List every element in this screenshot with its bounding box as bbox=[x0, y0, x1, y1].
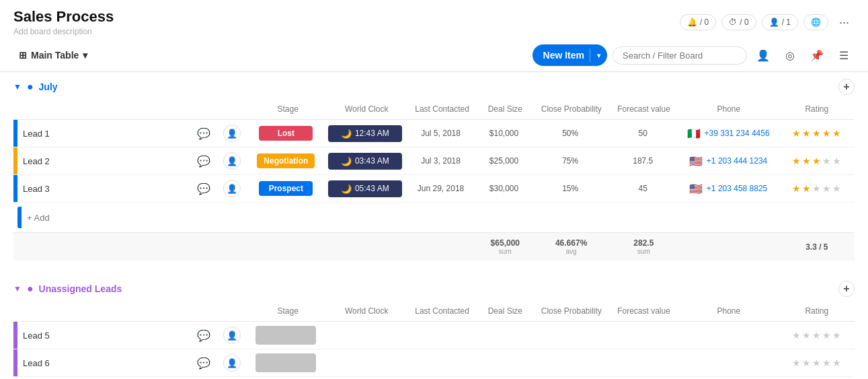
phone-cell: 🇮🇹+39 331 234 4456 bbox=[678, 127, 779, 140]
unassigned-add-group-btn[interactable]: + bbox=[838, 281, 855, 297]
star-empty: ★ bbox=[822, 183, 831, 194]
filter-icon[interactable]: ☰ bbox=[833, 44, 855, 66]
phone-link[interactable]: +39 331 234 4456 bbox=[705, 129, 770, 138]
col-header-rating: Rating bbox=[779, 102, 855, 116]
star-rating: ★★★★★ bbox=[792, 183, 841, 194]
unassigned-group-header[interactable]: ▼ ● Unassigned Leads + bbox=[13, 274, 855, 301]
row-name: Lead 6 bbox=[17, 358, 191, 368]
comment-icon[interactable]: 💬 bbox=[197, 357, 210, 370]
row-prob: 15% bbox=[532, 184, 608, 193]
pin-icon[interactable]: 📌 bbox=[806, 44, 828, 66]
unassigned-chevron: ▼ bbox=[13, 284, 22, 294]
july-add-group-btn[interactable]: + bbox=[838, 79, 855, 95]
july-summary-row: $65,000 sum 46.667% avg 282.5 sum 3.3 / … bbox=[13, 232, 855, 261]
stage-badge: Negotiation bbox=[257, 153, 315, 168]
table-area: ▼ ● July + Stage World Clock Last Contac… bbox=[0, 72, 868, 379]
more-button[interactable]: ··· bbox=[834, 13, 855, 32]
title-area: Sales Process Add board description bbox=[13, 8, 114, 36]
activity-button[interactable]: 🔔 / 0 bbox=[680, 14, 716, 30]
table-row[interactable]: Lead 2 💬 👤 Negotiation 🌙03:43 AM Jul 3, … bbox=[13, 147, 855, 175]
row-person[interactable]: 👤 bbox=[216, 125, 248, 142]
table-selector[interactable]: ⊞ Main Table ▾ bbox=[13, 47, 93, 63]
row-forecast: 50 bbox=[608, 129, 678, 138]
july-sum-deal: $65,000 sum bbox=[477, 238, 533, 255]
star-empty: ★ bbox=[832, 156, 841, 166]
phone-link[interactable]: +1 203 444 1234 bbox=[707, 156, 767, 166]
row-comment[interactable]: 💬 bbox=[191, 329, 216, 342]
row-stage[interactable]: Negotiation bbox=[248, 153, 324, 168]
flag-icon: 🇺🇸 bbox=[689, 182, 703, 195]
star-filled: ★ bbox=[792, 128, 801, 139]
table-row[interactable]: Lead 6 💬 👤 ★★★★★ bbox=[13, 349, 855, 377]
ua-col-header-contacted: Last Contacted bbox=[407, 304, 477, 318]
table-grid-icon: ⊞ bbox=[19, 50, 27, 61]
comment-icon[interactable]: 💬 bbox=[197, 182, 210, 195]
row-comment[interactable]: 💬 bbox=[191, 182, 216, 195]
july-forecast-val: 282.5 bbox=[609, 238, 678, 248]
july-add-row[interactable]: + Add bbox=[13, 203, 855, 232]
search-input[interactable] bbox=[613, 46, 747, 65]
page-title: Sales Process bbox=[13, 8, 114, 26]
row-rating: ★★★★★ bbox=[779, 128, 855, 139]
phone-link[interactable]: +1 203 458 8825 bbox=[707, 184, 767, 193]
ua-col-header-phone: Phone bbox=[678, 304, 779, 318]
star-filled: ★ bbox=[812, 128, 821, 139]
ua-col-header-stage: Stage bbox=[250, 304, 325, 318]
row-stage[interactable] bbox=[248, 353, 324, 372]
row-stage[interactable] bbox=[248, 326, 324, 345]
comment-icon[interactable]: 💬 bbox=[197, 155, 210, 168]
row-phone: 🇺🇸+1 203 444 1234 bbox=[678, 155, 779, 168]
header-actions: 🔔 / 0 ⏱ / 0 👤 / 1 🌐 ··· bbox=[680, 13, 855, 32]
row-stage[interactable]: Lost bbox=[248, 126, 324, 141]
july-group-header[interactable]: ▼ ● July + bbox=[13, 72, 855, 99]
row-forecast: 45 bbox=[608, 184, 678, 193]
globe-button[interactable]: 🌐 bbox=[803, 14, 828, 30]
row-stage[interactable]: Prospect bbox=[248, 181, 324, 196]
people-icon: 👤 bbox=[769, 18, 779, 27]
comment-icon[interactable]: 💬 bbox=[197, 127, 210, 140]
star-filled: ★ bbox=[812, 156, 821, 166]
ua-col-header-name bbox=[17, 308, 193, 314]
new-item-label: New Item bbox=[543, 50, 590, 61]
star-rating: ★★★★★ bbox=[792, 128, 841, 139]
ua-col-header-rating: Rating bbox=[779, 304, 855, 318]
star-empty: ★ bbox=[802, 330, 811, 341]
row-name: Lead 2 bbox=[17, 156, 191, 166]
flag-icon: 🇮🇹 bbox=[687, 127, 701, 140]
table-row[interactable]: Lead 3 💬 👤 Prospect 🌙05:43 AM Jun 29, 20… bbox=[13, 175, 855, 203]
row-person[interactable]: 👤 bbox=[216, 354, 248, 372]
star-filled: ★ bbox=[832, 128, 841, 139]
july-deal-val: $65,000 bbox=[477, 238, 533, 248]
comment-icon[interactable]: 💬 bbox=[197, 329, 210, 342]
top-header: Sales Process Add board description 🔔 / … bbox=[0, 0, 868, 39]
row-person[interactable]: 👤 bbox=[216, 152, 248, 170]
new-item-button[interactable]: New Item ▾ bbox=[532, 44, 607, 66]
user-icon[interactable]: 👤 bbox=[752, 44, 774, 66]
row-deal: $10,000 bbox=[475, 129, 532, 138]
star-rating: ★★★★★ bbox=[792, 357, 841, 368]
table-row[interactable]: Lead 5 💬 👤 ★★★★★ bbox=[13, 322, 855, 349]
board-subtitle[interactable]: Add board description bbox=[13, 27, 114, 36]
row-comment[interactable]: 💬 bbox=[191, 127, 216, 140]
people-button[interactable]: 👤 / 1 bbox=[762, 14, 798, 30]
more-icon: ··· bbox=[839, 15, 849, 29]
star-empty: ★ bbox=[832, 330, 841, 341]
row-comment[interactable]: 💬 bbox=[191, 155, 216, 168]
row-prob: 50% bbox=[532, 129, 608, 138]
row-forecast: 187.5 bbox=[608, 156, 678, 166]
row-person[interactable]: 👤 bbox=[216, 180, 248, 197]
july-sum-forecast: 282.5 sum bbox=[609, 238, 678, 255]
activity-icon: 🔔 bbox=[687, 18, 697, 27]
star-empty: ★ bbox=[822, 156, 831, 166]
star-rating: ★★★★★ bbox=[792, 330, 841, 341]
row-person[interactable]: 👤 bbox=[216, 326, 248, 344]
col-header-stage: Stage bbox=[250, 102, 325, 116]
july-prob-val: 46.667% bbox=[533, 238, 608, 248]
table-row[interactable]: Lead 1 💬 👤 Lost 🌙12:43 AM Jul 5, 2018 $1… bbox=[13, 120, 855, 147]
row-prob: 75% bbox=[532, 156, 608, 166]
compass-icon[interactable]: ◎ bbox=[779, 44, 801, 66]
row-contacted: Jun 29, 2018 bbox=[406, 184, 475, 193]
time-button[interactable]: ⏱ / 0 bbox=[721, 14, 756, 30]
col-header-contacted: Last Contacted bbox=[407, 102, 477, 116]
row-comment[interactable]: 💬 bbox=[191, 357, 216, 370]
